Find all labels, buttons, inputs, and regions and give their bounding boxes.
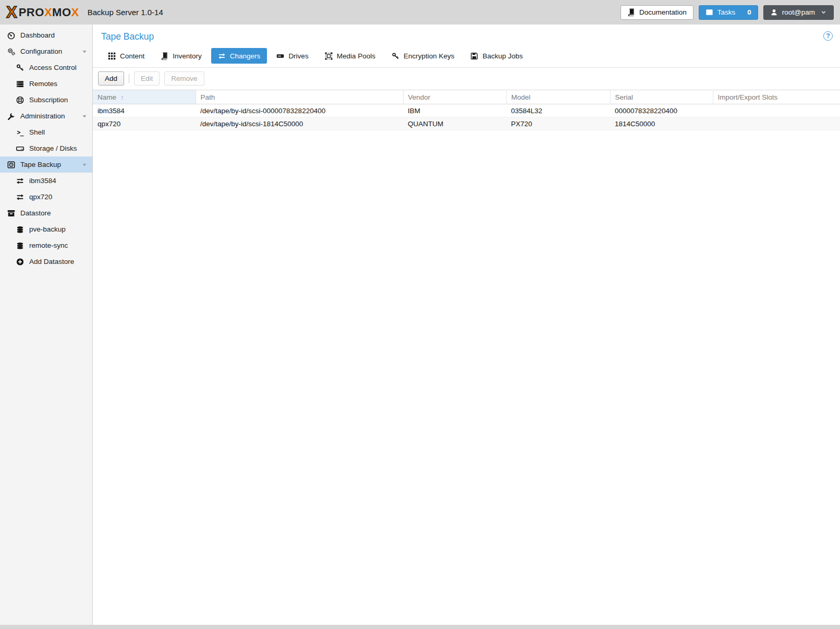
sidebar-item-label: Configuration [20, 47, 62, 55]
help-icon[interactable]: ? [823, 31, 833, 41]
tab-backup-jobs[interactable]: Backup Jobs [464, 48, 529, 64]
key-icon [392, 52, 399, 60]
remove-button[interactable]: Remove [164, 71, 204, 86]
sidebar-item-shell[interactable]: >_ Shell [0, 124, 92, 140]
sidebar-item-label: Add Datastore [29, 258, 74, 265]
sidebar-item-add-datastore[interactable]: Add Datastore [0, 253, 92, 270]
sidebar-item-storage-disks[interactable]: Storage / Disks [0, 140, 92, 156]
column-header-import-export-slots[interactable]: Import/Export Slots [713, 90, 840, 104]
cell-vendor: QUANTUM [403, 117, 506, 130]
logo-segment: PRO [19, 6, 44, 19]
sidebar-item-label: Access Control [29, 64, 77, 71]
sidebar-item-label: remote-sync [29, 241, 68, 249]
caret-down-icon[interactable] [81, 49, 88, 55]
content-panel: Tape Backup ? Content Inventory Changers… [93, 25, 840, 625]
hdd-icon [16, 144, 25, 153]
sidebar-item-label: ibm3584 [29, 177, 56, 185]
drive-icon [276, 52, 284, 60]
logo-segment: MO [52, 6, 71, 19]
cell-model: PX720 [506, 117, 610, 130]
sidebar-item-dashboard[interactable]: Dashboard [0, 27, 92, 43]
sidebar-item-remote-sync[interactable]: remote-sync [0, 237, 92, 253]
sidebar-item-remotes[interactable]: Remotes [0, 76, 92, 92]
exchange-icon [16, 177, 25, 185]
caret-down-icon[interactable] [81, 113, 88, 119]
add-button[interactable]: Add [98, 71, 124, 86]
table-row-qpx720[interactable]: qpx720 /dev/tape/by-id/scsi-1814C50000 Q… [93, 117, 840, 130]
tab-encryption-keys[interactable]: Encryption Keys [385, 48, 461, 64]
edit-button[interactable]: Edit [134, 71, 160, 86]
task-list-icon [705, 8, 713, 16]
page-title: Tape Backup [101, 31, 832, 42]
sidebar-item-configuration[interactable]: Configuration [0, 43, 92, 59]
tab-content[interactable]: Content [101, 48, 151, 64]
book-icon [627, 8, 635, 16]
tab-label: Inventory [173, 52, 202, 60]
archive-icon [7, 209, 16, 217]
tab-label: Media Pools [337, 52, 375, 60]
cell-serial: 0000078328220400 [610, 104, 713, 117]
table-row-ibm3584[interactable]: ibm3584 /dev/tape/by-id/scsi-00000783282… [93, 104, 840, 117]
sidebar-item-administration[interactable]: Administration [0, 108, 92, 124]
toolbar-separator [129, 74, 129, 83]
sidebar: Dashboard Configuration Access Control R… [0, 25, 93, 625]
sidebar-item-label: Remotes [29, 80, 57, 88]
documentation-label: Documentation [639, 8, 687, 16]
tab-label: Changers [230, 52, 261, 60]
column-header-vendor[interactable]: Vendor [403, 90, 506, 104]
caret-down-icon[interactable] [81, 162, 88, 168]
tab-label: Content [120, 52, 144, 60]
proxmox-logo: X PRO X MO X [6, 4, 79, 20]
tab-inventory[interactable]: Inventory [154, 48, 209, 64]
username-label: root@pam [782, 8, 815, 16]
tab-media-pools[interactable]: Media Pools [318, 48, 382, 64]
gears-icon [7, 47, 16, 56]
sidebar-item-label: Shell [29, 128, 45, 136]
cell-serial: 1814C50000 [610, 117, 713, 130]
app-version-title: Backup Server 1.0-14 [88, 8, 163, 17]
sidebar-item-pve-backup[interactable]: pve-backup [0, 221, 92, 237]
proxmox-logo-mark-icon: X [6, 4, 17, 20]
toolbar: Add Edit Remove [93, 68, 840, 90]
tab-drives[interactable]: Drives [270, 48, 315, 64]
sidebar-item-access-control[interactable]: Access Control [0, 59, 92, 76]
sidebar-item-label: Tape Backup [20, 161, 61, 168]
column-header-name[interactable]: Name↑ [93, 90, 196, 104]
database-icon [16, 241, 25, 250]
sidebar-item-ibm3584[interactable]: ibm3584 [0, 173, 92, 189]
content-header: Tape Backup ? [93, 25, 840, 46]
logo-segment: X [44, 6, 52, 19]
sidebar-item-label: Storage / Disks [29, 144, 77, 152]
sidebar-item-label: Datastore [20, 209, 51, 217]
tab-label: Drives [288, 52, 308, 60]
book-icon [161, 52, 168, 60]
list-rows-icon [16, 80, 25, 88]
sidebar-item-label: pve-backup [29, 225, 66, 233]
column-label: Name [98, 93, 116, 101]
cell-name: qpx720 [93, 117, 196, 130]
sidebar-item-qpx720[interactable]: qpx720 [0, 189, 92, 205]
database-icon [16, 225, 25, 234]
column-header-serial[interactable]: Serial [610, 90, 713, 104]
column-header-path[interactable]: Path [196, 90, 403, 104]
sidebar-item-label: Dashboard [20, 31, 55, 39]
key-icon [16, 64, 25, 72]
user-menu-button[interactable]: root@pam [763, 5, 834, 20]
sort-ascending-icon: ↑ [120, 93, 124, 101]
sidebar-item-datastore[interactable]: Datastore [0, 205, 92, 221]
sidebar-item-subscription[interactable]: Subscription [0, 92, 92, 108]
save-icon [470, 52, 478, 60]
tasks-button[interactable]: Tasks 0 [699, 5, 758, 20]
column-header-model[interactable]: Model [506, 90, 610, 104]
documentation-button[interactable]: Documentation [620, 5, 693, 20]
tab-changers[interactable]: Changers [211, 48, 267, 64]
changers-table: Name↑ Path Vendor Model Serial Import/Ex… [93, 90, 840, 130]
sidebar-item-tape-backup[interactable]: Tape Backup [0, 156, 92, 173]
exchange-icon [16, 193, 25, 201]
cell-path: /dev/tape/by-id/scsi-0000078328220400 [196, 104, 403, 117]
tachometer-icon [7, 31, 16, 40]
proxmox-logo-word: PRO X MO X [19, 6, 79, 19]
terminal-icon: >_ [16, 128, 25, 137]
tab-label: Encryption Keys [404, 52, 455, 60]
tape-icon [7, 161, 16, 169]
